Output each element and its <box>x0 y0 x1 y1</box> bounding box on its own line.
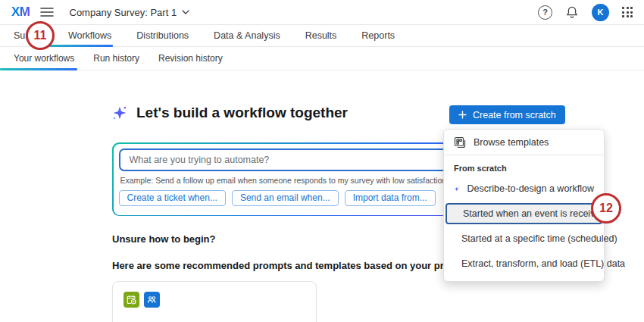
menu-item-scheduled[interactable]: Started at a specific time (scheduled) <box>444 227 604 250</box>
menu-item-etl[interactable]: Extract, transform, and load (ETL) data <box>444 252 604 275</box>
etl-label: Extract, transform, and load (ETL) data <box>461 258 625 269</box>
page-title: Let's build a workflow together <box>136 105 348 121</box>
project-title-dropdown[interactable]: Company Survey: Part 1 <box>70 7 190 18</box>
primary-nav: Survey Workflows Distributions Data & An… <box>0 25 644 47</box>
sparkle-icon <box>454 183 460 195</box>
tab-workflows[interactable]: Workflows <box>68 25 111 46</box>
menu-section-label: From scratch <box>444 155 604 175</box>
notifications-bell-icon[interactable] <box>565 5 579 19</box>
scheduled-label: Started at a specific time (scheduled) <box>461 233 617 244</box>
hamburger-menu-icon[interactable] <box>40 7 54 17</box>
tab-distributions[interactable]: Distributions <box>136 25 189 46</box>
tab-reports[interactable]: Reports <box>361 25 395 46</box>
project-title: Company Survey: Part 1 <box>70 7 177 18</box>
tab-run-history[interactable]: Run history <box>93 47 139 70</box>
xm-logo: XM <box>11 5 30 20</box>
menu-item-event-received[interactable]: Started when an event is received <box>445 203 602 224</box>
annotation-step-11: 11 <box>26 21 55 50</box>
topbar-actions: ? K <box>538 4 633 21</box>
plus-icon <box>458 111 467 119</box>
create-workflow-menu: Browse templates From scratch Describe-t… <box>443 129 605 282</box>
menu-item-describe-to-design[interactable]: Describe-to-design a workflow <box>444 177 604 200</box>
people-icon <box>144 292 160 308</box>
chip-create-ticket[interactable]: Create a ticket when... <box>119 190 226 206</box>
annotation-step-12: 12 <box>591 193 621 224</box>
templates-icon <box>454 136 466 148</box>
menu-item-browse-templates[interactable]: Browse templates <box>444 130 604 155</box>
unsure-heading: Unsure how to begin? <box>112 233 216 245</box>
recommendation-text: Here are some recommended prompts and te… <box>112 260 467 271</box>
tab-revision-history[interactable]: Revision history <box>158 47 223 70</box>
event-received-label: Started when an event is received <box>463 208 605 219</box>
create-from-scratch-label: Create from scratch <box>473 110 556 120</box>
tab-data-analysis[interactable]: Data & Analysis <box>214 25 280 46</box>
chevron-down-icon <box>182 10 189 14</box>
topbar: XM Company Survey: Part 1 ? K <box>0 0 644 25</box>
create-from-scratch-button[interactable]: Create from scratch <box>449 105 565 124</box>
workflow-heading-row: Let's build a workflow together <box>111 105 348 121</box>
secondary-nav: Your workflows Run history Revision hist… <box>0 47 644 70</box>
chip-import-data[interactable]: Import data from... <box>345 190 436 206</box>
describe-to-design-label: Describe-to-design a workflow <box>467 183 594 194</box>
tab-your-workflows[interactable]: Your workflows <box>14 47 74 70</box>
help-icon[interactable]: ? <box>538 5 552 20</box>
browse-templates-label: Browse templates <box>474 137 549 148</box>
app-switcher-icon[interactable] <box>622 7 633 17</box>
sparkle-icon <box>111 105 128 121</box>
tab-results[interactable]: Results <box>305 25 337 46</box>
recommended-template-card[interactable] <box>112 281 317 322</box>
user-avatar[interactable]: K <box>592 4 609 21</box>
chip-send-email[interactable]: Send an email when... <box>232 190 339 206</box>
schedule-icon <box>123 292 139 308</box>
